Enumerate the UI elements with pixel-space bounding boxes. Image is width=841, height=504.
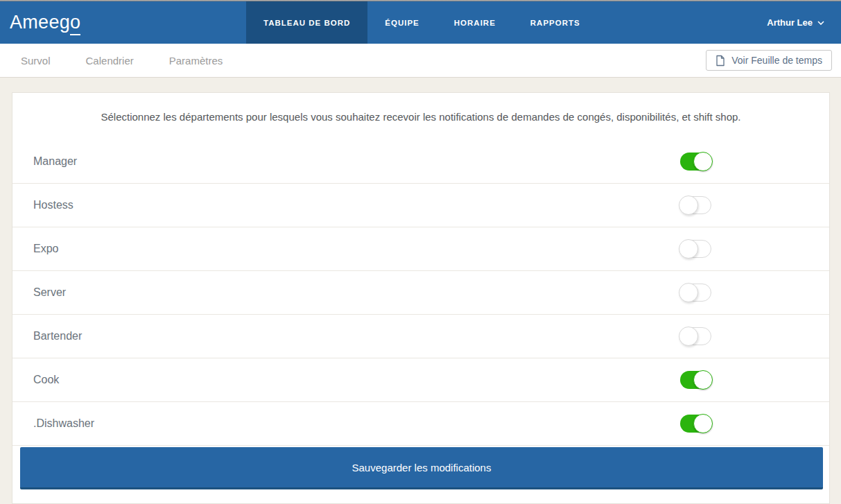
department-label: Hostess <box>33 199 73 211</box>
department-row: Hostess <box>12 184 829 227</box>
toggle-knob <box>679 239 698 259</box>
secondary-nav: Survol Calendrier Paramètres Voir Feuill… <box>0 44 841 78</box>
department-row: Expo <box>12 227 829 271</box>
user-menu[interactable]: Arthur Lee <box>767 1 841 44</box>
subnav-item-survol[interactable]: Survol <box>21 55 51 67</box>
tab-tableau-de-bord[interactable]: TABLEAU DE BORD <box>246 1 367 44</box>
logo-area: Ameego <box>0 1 246 44</box>
instruction-text: Sélectionnez les départements pour lesqu… <box>12 93 829 140</box>
department-label: Bartender <box>33 330 82 342</box>
main-navbar: Ameego TABLEAU DE BORD ÉQUIPE HORAIRE RA… <box>0 1 841 44</box>
department-toggle[interactable] <box>680 284 711 302</box>
department-toggle[interactable] <box>680 240 711 258</box>
toggle-knob <box>679 327 698 346</box>
ameego-logo[interactable]: Ameego <box>10 12 80 33</box>
department-toggle[interactable] <box>680 153 711 171</box>
department-label: Server <box>33 286 66 299</box>
department-row: Manager <box>12 140 829 184</box>
view-timesheet-label: Voir Feuille de temps <box>731 55 822 66</box>
tab-rapports[interactable]: RAPPORTS <box>513 1 598 44</box>
subnav-items: Survol Calendrier Paramètres <box>21 55 223 67</box>
toggle-knob <box>693 414 713 433</box>
subnav-item-calendrier[interactable]: Calendrier <box>86 55 134 67</box>
department-row: .Dishwasher <box>12 402 829 446</box>
nav-tabs: TABLEAU DE BORD ÉQUIPE HORAIRE RAPPORTS <box>246 1 598 44</box>
department-label: Expo <box>33 243 58 255</box>
view-timesheet-button[interactable]: Voir Feuille de temps <box>706 50 832 71</box>
department-label: Manager <box>33 155 77 168</box>
toggle-knob <box>693 152 713 171</box>
department-label: .Dishwasher <box>33 417 94 430</box>
tab-equipe[interactable]: ÉQUIPE <box>367 1 436 44</box>
logo-underlined-letter: o <box>70 12 80 35</box>
save-changes-button[interactable]: Sauvegarder les modifications <box>20 447 823 489</box>
department-row: Bartender <box>12 315 829 358</box>
toggle-knob <box>679 195 698 215</box>
department-row: Server <box>12 271 829 315</box>
department-list: Manager Hostess Expo Server Bartender Co… <box>12 140 829 446</box>
tab-horaire[interactable]: HORAIRE <box>437 1 513 44</box>
logo-text: Ameeg <box>10 12 70 33</box>
department-row: Cook <box>12 358 829 402</box>
document-icon <box>716 55 725 67</box>
notification-settings-card: Sélectionnez les départements pour lesqu… <box>12 92 830 504</box>
department-toggle[interactable] <box>680 371 711 389</box>
toggle-knob <box>679 283 698 302</box>
subnav-item-parametres[interactable]: Paramètres <box>169 55 223 67</box>
department-toggle[interactable] <box>680 196 711 214</box>
chevron-down-icon <box>817 21 824 25</box>
department-toggle[interactable] <box>680 415 711 433</box>
department-toggle[interactable] <box>680 327 711 345</box>
user-name: Arthur Lee <box>767 17 813 28</box>
toggle-knob <box>693 370 713 390</box>
department-label: Cook <box>33 374 59 386</box>
